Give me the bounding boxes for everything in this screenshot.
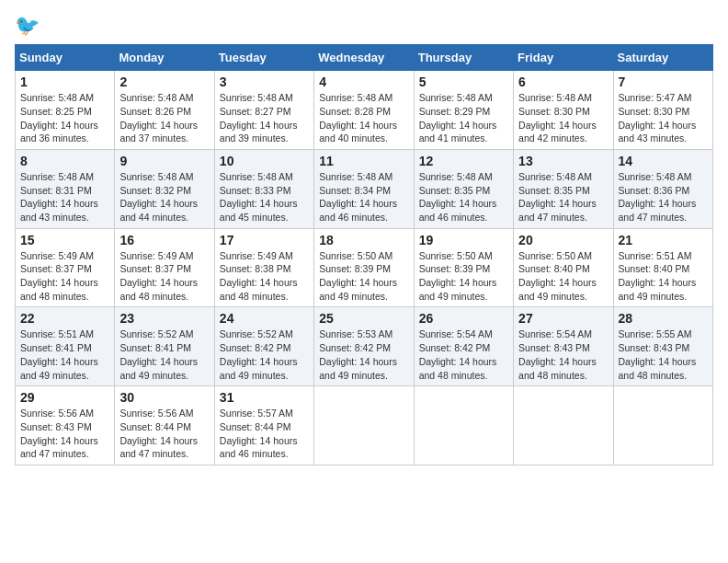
day-number: 2 bbox=[119, 75, 209, 89]
daylight-text: Daylight: 14 hours and 49 minutes. bbox=[20, 355, 109, 382]
daylight-text: Daylight: 14 hours and 49 minutes. bbox=[419, 276, 508, 303]
day-info: Sunrise: 5:48 AM Sunset: 8:30 PM Dayligh… bbox=[518, 91, 608, 145]
daylight-text: Daylight: 14 hours and 47 minutes. bbox=[20, 434, 109, 461]
sunset-text: Sunset: 8:26 PM bbox=[119, 105, 209, 119]
daylight-text: Daylight: 14 hours and 48 minutes. bbox=[518, 355, 608, 382]
sunset-text: Sunset: 8:32 PM bbox=[119, 184, 209, 198]
daylight-text: Daylight: 14 hours and 41 minutes. bbox=[419, 119, 508, 145]
sunrise-text: Sunrise: 5:48 AM bbox=[419, 170, 508, 184]
daylight-text: Daylight: 14 hours and 48 minutes. bbox=[119, 276, 209, 303]
day-number: 28 bbox=[619, 311, 708, 326]
sunset-text: Sunset: 8:36 PM bbox=[619, 184, 708, 198]
sunrise-text: Sunrise: 5:48 AM bbox=[319, 170, 408, 184]
day-info: Sunrise: 5:54 AM Sunset: 8:42 PM Dayligh… bbox=[419, 327, 508, 382]
daylight-text: Daylight: 14 hours and 36 minutes. bbox=[20, 119, 109, 145]
sunrise-text: Sunrise: 5:50 AM bbox=[419, 249, 508, 263]
daylight-text: Daylight: 14 hours and 49 minutes. bbox=[119, 355, 209, 382]
sunrise-text: Sunrise: 5:47 AM bbox=[619, 91, 708, 105]
day-number: 23 bbox=[119, 311, 209, 326]
day-info: Sunrise: 5:53 AM Sunset: 8:42 PM Dayligh… bbox=[319, 327, 408, 382]
calendar-cell: 26 Sunrise: 5:54 AM Sunset: 8:42 PM Dayl… bbox=[414, 307, 513, 386]
calendar-cell: 29 Sunrise: 5:56 AM Sunset: 8:43 PM Dayl… bbox=[16, 386, 115, 465]
sunrise-text: Sunrise: 5:57 AM bbox=[220, 407, 309, 420]
day-number: 24 bbox=[220, 311, 309, 326]
sunset-text: Sunset: 8:40 PM bbox=[619, 262, 708, 276]
daylight-text: Daylight: 14 hours and 45 minutes. bbox=[220, 197, 309, 224]
sunrise-text: Sunrise: 5:48 AM bbox=[20, 170, 109, 184]
daylight-text: Daylight: 14 hours and 46 minutes. bbox=[220, 434, 309, 461]
sunset-text: Sunset: 8:33 PM bbox=[220, 184, 309, 198]
sunset-text: Sunset: 8:39 PM bbox=[319, 262, 408, 276]
sunset-text: Sunset: 8:38 PM bbox=[220, 262, 309, 276]
day-number: 31 bbox=[220, 390, 309, 405]
calendar-cell: 2 Sunrise: 5:48 AM Sunset: 8:26 PM Dayli… bbox=[115, 71, 214, 150]
day-number: 22 bbox=[20, 311, 109, 326]
sunrise-text: Sunrise: 5:49 AM bbox=[20, 249, 109, 263]
day-number: 19 bbox=[419, 233, 508, 247]
day-info: Sunrise: 5:49 AM Sunset: 8:37 PM Dayligh… bbox=[20, 249, 109, 304]
day-info: Sunrise: 5:48 AM Sunset: 8:32 PM Dayligh… bbox=[119, 170, 209, 224]
day-number: 18 bbox=[319, 233, 408, 247]
day-info: Sunrise: 5:49 AM Sunset: 8:37 PM Dayligh… bbox=[119, 249, 209, 304]
day-number: 6 bbox=[518, 75, 608, 89]
daylight-text: Daylight: 14 hours and 47 minutes. bbox=[119, 434, 209, 461]
calendar-cell: 13 Sunrise: 5:48 AM Sunset: 8:35 PM Dayl… bbox=[514, 149, 613, 228]
calendar-cell: 23 Sunrise: 5:52 AM Sunset: 8:41 PM Dayl… bbox=[115, 307, 214, 386]
day-info: Sunrise: 5:56 AM Sunset: 8:44 PM Dayligh… bbox=[119, 407, 209, 461]
sunrise-text: Sunrise: 5:52 AM bbox=[220, 327, 309, 341]
day-number: 17 bbox=[220, 233, 309, 247]
day-info: Sunrise: 5:52 AM Sunset: 8:42 PM Dayligh… bbox=[220, 327, 309, 382]
day-info: Sunrise: 5:50 AM Sunset: 8:39 PM Dayligh… bbox=[419, 249, 508, 304]
sunset-text: Sunset: 8:44 PM bbox=[220, 420, 309, 434]
logo: 🐦 bbox=[15, 15, 40, 37]
sunset-text: Sunset: 8:28 PM bbox=[319, 105, 408, 119]
sunrise-text: Sunrise: 5:48 AM bbox=[220, 170, 309, 184]
day-number: 8 bbox=[20, 154, 109, 168]
day-info: Sunrise: 5:52 AM Sunset: 8:41 PM Dayligh… bbox=[119, 327, 209, 382]
calendar-cell bbox=[314, 386, 414, 465]
sunset-text: Sunset: 8:37 PM bbox=[119, 262, 209, 276]
sunrise-text: Sunrise: 5:48 AM bbox=[20, 91, 109, 105]
calendar-day-header: Tuesday bbox=[214, 45, 313, 71]
daylight-text: Daylight: 14 hours and 49 minutes. bbox=[220, 355, 309, 382]
calendar-day-header: Friday bbox=[514, 45, 613, 71]
sunset-text: Sunset: 8:34 PM bbox=[319, 184, 408, 198]
sunset-text: Sunset: 8:42 PM bbox=[319, 341, 408, 355]
calendar-cell: 15 Sunrise: 5:49 AM Sunset: 8:37 PM Dayl… bbox=[16, 228, 115, 307]
calendar-cell: 22 Sunrise: 5:51 AM Sunset: 8:41 PM Dayl… bbox=[16, 307, 115, 386]
sunset-text: Sunset: 8:39 PM bbox=[419, 262, 508, 276]
sunset-text: Sunset: 8:41 PM bbox=[20, 341, 109, 355]
calendar-cell: 18 Sunrise: 5:50 AM Sunset: 8:39 PM Dayl… bbox=[314, 228, 414, 307]
day-info: Sunrise: 5:50 AM Sunset: 8:39 PM Dayligh… bbox=[319, 249, 408, 304]
day-number: 1 bbox=[20, 75, 109, 89]
daylight-text: Daylight: 14 hours and 49 minutes. bbox=[319, 276, 408, 303]
sunrise-text: Sunrise: 5:49 AM bbox=[119, 249, 209, 263]
daylight-text: Daylight: 14 hours and 39 minutes. bbox=[220, 119, 309, 145]
day-number: 15 bbox=[20, 233, 109, 247]
sunrise-text: Sunrise: 5:50 AM bbox=[518, 249, 608, 263]
daylight-text: Daylight: 14 hours and 48 minutes. bbox=[20, 276, 109, 303]
day-number: 11 bbox=[319, 154, 408, 168]
calendar-cell bbox=[414, 386, 513, 465]
calendar-cell: 25 Sunrise: 5:53 AM Sunset: 8:42 PM Dayl… bbox=[314, 307, 414, 386]
calendar-cell: 7 Sunrise: 5:47 AM Sunset: 8:30 PM Dayli… bbox=[613, 71, 712, 150]
day-number: 21 bbox=[619, 233, 708, 247]
daylight-text: Daylight: 14 hours and 46 minutes. bbox=[419, 197, 508, 224]
daylight-text: Daylight: 14 hours and 43 minutes. bbox=[20, 197, 109, 224]
sunset-text: Sunset: 8:27 PM bbox=[220, 105, 309, 119]
sunset-text: Sunset: 8:40 PM bbox=[518, 262, 608, 276]
calendar-cell: 19 Sunrise: 5:50 AM Sunset: 8:39 PM Dayl… bbox=[414, 228, 513, 307]
sunrise-text: Sunrise: 5:48 AM bbox=[220, 91, 309, 105]
sunrise-text: Sunrise: 5:55 AM bbox=[619, 327, 708, 341]
sunrise-text: Sunrise: 5:48 AM bbox=[518, 91, 608, 105]
calendar-cell: 5 Sunrise: 5:48 AM Sunset: 8:29 PM Dayli… bbox=[414, 71, 513, 150]
day-info: Sunrise: 5:47 AM Sunset: 8:30 PM Dayligh… bbox=[619, 91, 708, 145]
day-info: Sunrise: 5:55 AM Sunset: 8:43 PM Dayligh… bbox=[619, 327, 708, 382]
sunrise-text: Sunrise: 5:51 AM bbox=[619, 249, 708, 263]
day-info: Sunrise: 5:48 AM Sunset: 8:35 PM Dayligh… bbox=[419, 170, 508, 224]
sunrise-text: Sunrise: 5:54 AM bbox=[419, 327, 508, 341]
daylight-text: Daylight: 14 hours and 49 minutes. bbox=[619, 276, 708, 303]
sunrise-text: Sunrise: 5:48 AM bbox=[119, 91, 209, 105]
daylight-text: Daylight: 14 hours and 48 minutes. bbox=[619, 355, 708, 382]
sunset-text: Sunset: 8:30 PM bbox=[518, 105, 608, 119]
